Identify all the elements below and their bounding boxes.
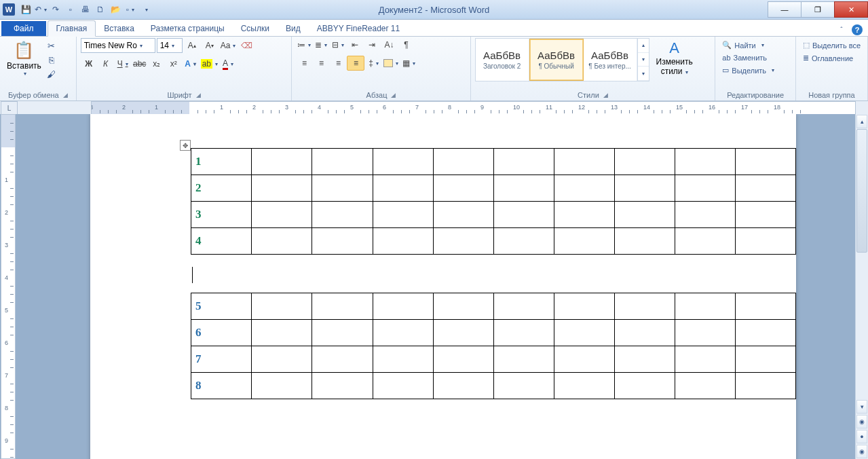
table-cell[interactable] <box>735 202 795 228</box>
table-cell[interactable] <box>312 149 373 175</box>
table-cell[interactable] <box>614 202 675 228</box>
table-cell[interactable]: 3 <box>191 202 252 228</box>
bullets-icon[interactable]: ≔▾ <box>296 38 312 52</box>
minimize-ribbon-icon[interactable]: ˆ <box>835 24 848 36</box>
show-marks-icon[interactable]: ¶ <box>398 38 414 52</box>
table-cell[interactable]: 1 <box>191 149 252 175</box>
multilevel-icon[interactable]: ⊟▾ <box>330 38 346 52</box>
cut-icon[interactable]: ✂ <box>45 39 58 52</box>
table-cell[interactable] <box>735 228 795 255</box>
table-cell[interactable] <box>554 202 614 228</box>
table-cell[interactable] <box>493 346 554 373</box>
maximize-button[interactable]: ❐ <box>801 1 835 18</box>
font-dialog-icon[interactable]: ◢ <box>196 92 201 98</box>
table-cell[interactable] <box>312 202 373 228</box>
tab-home[interactable]: Главная <box>48 20 96 37</box>
table-cell[interactable] <box>433 293 493 320</box>
table-cell[interactable] <box>312 293 373 320</box>
numbering-icon[interactable]: ≣▾ <box>313 38 329 52</box>
table-1[interactable]: 1234 <box>191 148 796 255</box>
table-cell[interactable] <box>614 293 675 320</box>
table-cell[interactable] <box>252 293 312 320</box>
table-cell[interactable] <box>312 228 373 255</box>
table-cell[interactable] <box>252 373 312 399</box>
borders-icon[interactable]: ▦▾ <box>400 56 417 70</box>
justify-icon[interactable]: ≡ <box>347 56 364 71</box>
table-cell[interactable] <box>252 228 312 255</box>
table-cell[interactable]: 4 <box>191 228 252 255</box>
close-button[interactable]: ✕ <box>834 1 868 18</box>
tab-insert[interactable]: Вставка <box>96 21 143 36</box>
shading-icon[interactable]: ▾ <box>382 56 400 70</box>
table-2[interactable]: 5678 <box>191 293 796 399</box>
table-cell[interactable] <box>373 202 433 228</box>
font-name-combo[interactable]: Times New Ro▾ <box>81 38 155 53</box>
italic-button[interactable]: К <box>98 57 114 71</box>
new-doc-icon[interactable]: ▫ <box>64 3 77 16</box>
table-cell[interactable] <box>675 149 735 175</box>
underline-button[interactable]: Ч▾ <box>115 57 131 71</box>
print-icon[interactable]: 🖶 <box>79 3 92 16</box>
line-spacing-icon[interactable]: ‡▾ <box>365 56 381 70</box>
table-cell[interactable] <box>312 373 373 399</box>
open-icon[interactable]: 📂 <box>109 3 122 16</box>
table-cell[interactable] <box>614 346 675 373</box>
toc-button[interactable]: ≣Оглавление <box>800 52 863 64</box>
style-heading2[interactable]: АаБбВв Заголовок 2 <box>476 39 529 81</box>
scroll-up-icon[interactable]: ▴ <box>856 115 867 128</box>
undo-icon[interactable]: ↶▾ <box>34 3 48 16</box>
table-cell[interactable] <box>735 293 795 320</box>
format-painter-icon[interactable]: 🖌 <box>45 68 58 80</box>
table-cell[interactable] <box>554 373 614 399</box>
table-cell[interactable] <box>373 293 433 320</box>
vertical-scrollbar[interactable]: ▴ ▾ ◉ ● ◉ <box>855 114 868 459</box>
strike-button[interactable]: abc <box>132 57 148 71</box>
tab-selector[interactable]: L <box>1 101 18 115</box>
print-preview-icon[interactable]: 🗋 <box>94 3 107 16</box>
tab-references[interactable]: Ссылки <box>233 21 278 36</box>
text-effects-icon[interactable]: A▾ <box>183 57 199 71</box>
font-color-icon[interactable]: A▾ <box>220 57 236 71</box>
table-cell[interactable] <box>675 346 735 373</box>
superscript-button[interactable]: x² <box>166 57 182 71</box>
save-icon[interactable]: 💾 <box>19 3 33 16</box>
change-case-icon[interactable]: Aa▾ <box>219 39 238 52</box>
table-cell[interactable] <box>675 202 735 228</box>
copy-icon[interactable]: ⎘ <box>45 54 58 66</box>
prev-page-icon[interactable]: ◉ <box>856 415 867 428</box>
qat-more-icon[interactable]: ▾ <box>138 3 152 16</box>
page-icon[interactable]: ▫▾ <box>124 3 137 16</box>
table-cell[interactable]: 8 <box>191 373 252 399</box>
clipboard-dialog-icon[interactable]: ◢ <box>63 92 68 98</box>
table-cell[interactable] <box>373 175 433 202</box>
increase-indent-icon[interactable]: ⇥ <box>364 38 380 52</box>
table-cell[interactable] <box>493 293 554 320</box>
horizontal-ruler[interactable]: 321123456789101112131415161718 <box>91 101 856 115</box>
table-cell[interactable]: 6 <box>191 320 252 346</box>
gallery-up-icon[interactable]: ▴ <box>638 39 649 53</box>
table-cell[interactable]: 7 <box>191 346 252 373</box>
style-normal[interactable]: АаБбВв ¶ Обычный <box>529 39 584 81</box>
bold-button[interactable]: Ж <box>81 57 97 71</box>
table-cell[interactable] <box>554 175 614 202</box>
gallery-more-icon[interactable]: ▾ <box>638 67 649 81</box>
table-cell[interactable] <box>493 228 554 255</box>
table-cell[interactable] <box>493 202 554 228</box>
table-cell[interactable] <box>252 149 312 175</box>
table-cell[interactable] <box>554 293 614 320</box>
change-styles-button[interactable]: A Изменить стили▾ <box>654 38 696 77</box>
table-cell[interactable] <box>433 228 493 255</box>
styles-dialog-icon[interactable]: ◢ <box>603 92 608 98</box>
sort-icon[interactable]: A↓ <box>381 38 397 52</box>
minimize-button[interactable]: — <box>768 1 801 18</box>
paragraph-dialog-icon[interactable]: ◢ <box>391 92 396 98</box>
table-cell[interactable] <box>373 149 433 175</box>
help-icon[interactable]: ? <box>852 24 863 35</box>
font-size-combo[interactable]: 14▾ <box>157 38 183 53</box>
table-cell[interactable] <box>675 175 735 202</box>
style-no-spacing[interactable]: АаБбВв ¶ Без интер... <box>584 39 637 81</box>
table-move-handle-icon[interactable]: ✥ <box>180 140 191 151</box>
subscript-button[interactable]: x₂ <box>149 57 165 71</box>
table-cell[interactable] <box>373 346 433 373</box>
table-cell[interactable] <box>735 320 795 346</box>
